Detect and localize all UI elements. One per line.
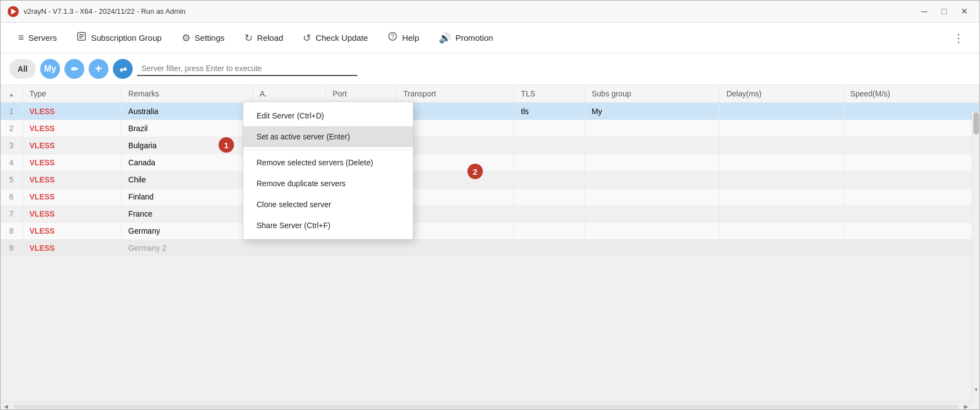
table-cell: VLESS bbox=[23, 188, 122, 206]
title-bar: v2rayN - V7.1.3 - X64 - 2024/11/22 - Run… bbox=[1, 1, 979, 23]
table-cell: Finland bbox=[122, 188, 253, 206]
menu-reload-label: Reload bbox=[257, 33, 284, 42]
table-cell: VLESS bbox=[23, 103, 122, 120]
table-area: ▲ Type Remarks A. Port Transport TLS Sub… bbox=[1, 85, 979, 410]
filter-my-button[interactable]: My bbox=[40, 59, 60, 79]
table-cell: Germany 2 bbox=[122, 240, 253, 257]
table-cell bbox=[720, 171, 843, 188]
reload-icon: ↻ bbox=[244, 32, 253, 44]
table-cell bbox=[720, 154, 843, 171]
svg-text:?: ? bbox=[391, 33, 394, 40]
window-title: v2rayN - V7.1.3 - X64 - 2024/11/22 - Run… bbox=[24, 7, 186, 15]
col-sort[interactable]: ▲ bbox=[1, 85, 23, 103]
table-cell bbox=[585, 223, 720, 240]
table-cell bbox=[843, 171, 979, 188]
table-cell bbox=[720, 137, 843, 154]
menu-servers[interactable]: ≡ Servers bbox=[9, 28, 66, 48]
close-button[interactable]: ✕ bbox=[955, 4, 973, 19]
table-cell bbox=[843, 188, 979, 206]
col-type[interactable]: Type bbox=[23, 85, 122, 103]
vertical-scrollbar[interactable]: ▼ bbox=[972, 112, 979, 403]
table-body: 1VLESSAustralia45.6443wstlsMy2VLESSBrazi… bbox=[1, 103, 979, 257]
table-cell bbox=[514, 154, 585, 171]
table-row[interactable]: 2VLESSBrazil bbox=[1, 120, 979, 137]
table-cell: ws bbox=[396, 103, 514, 120]
menu-subscription[interactable]: Subscription Group bbox=[68, 27, 170, 48]
scroll-right-arrow[interactable]: ▶ bbox=[961, 402, 972, 411]
table-cell bbox=[843, 154, 979, 171]
table-cell bbox=[720, 103, 843, 120]
table-cell: My bbox=[585, 103, 720, 120]
scroll-left-arrow[interactable]: ◀ bbox=[1, 402, 12, 411]
table-cell bbox=[514, 120, 585, 137]
col-a[interactable]: A. bbox=[253, 85, 325, 103]
table-cell bbox=[720, 240, 843, 257]
menu-bar: ≡ Servers Subscription Group ⚙ Settings … bbox=[1, 23, 979, 53]
table-cell bbox=[326, 240, 396, 257]
table-cell: tls bbox=[514, 103, 585, 120]
ctx-clone[interactable]: Clone selected server bbox=[243, 194, 413, 215]
ctx-remove-duplicate[interactable]: Remove duplicate servers bbox=[243, 173, 413, 194]
col-port[interactable]: Port bbox=[326, 85, 396, 103]
table-row[interactable]: 8VLESSGermany bbox=[1, 223, 979, 240]
step-badge-1: 1 bbox=[219, 137, 234, 153]
table-cell bbox=[720, 223, 843, 240]
menu-settings[interactable]: ⚙ Settings bbox=[173, 28, 233, 48]
table-row[interactable]: 9VLESSGermany 2 bbox=[1, 240, 979, 257]
menu-more-button[interactable]: ⋮ bbox=[946, 27, 971, 49]
scrollbar-thumb-v[interactable] bbox=[973, 112, 979, 134]
server-settings-button[interactable]: ⇌ bbox=[113, 59, 133, 79]
ctx-share[interactable]: Share Server (Ctrl+F) bbox=[243, 215, 413, 236]
table-row[interactable]: 6VLESSFinland bbox=[1, 188, 979, 206]
col-remarks[interactable]: Remarks bbox=[122, 85, 253, 103]
servers-icon: ≡ bbox=[18, 32, 24, 44]
table-cell: 9 bbox=[1, 240, 23, 257]
add-button[interactable]: + bbox=[89, 59, 108, 79]
table-cell bbox=[843, 223, 979, 240]
table-cell bbox=[396, 188, 514, 206]
ctx-remove-selected[interactable]: Remove selected servers (Delete) bbox=[243, 152, 413, 173]
scroll-down-arrow[interactable]: ▼ bbox=[972, 385, 979, 394]
col-transport[interactable]: Transport bbox=[396, 85, 514, 103]
menu-help[interactable]: ? Help bbox=[379, 27, 428, 48]
table-cell bbox=[396, 171, 514, 188]
table-cell bbox=[720, 120, 843, 137]
menu-promotion[interactable]: 🔊 Promotion bbox=[430, 28, 502, 48]
table-cell: VLESS bbox=[23, 206, 122, 223]
menu-checkupdate[interactable]: ↺ Check Update bbox=[294, 28, 377, 48]
ctx-set-active[interactable]: Set as active server (Enter) bbox=[243, 126, 413, 147]
table-row[interactable]: 3VLESSBulgaria bbox=[1, 137, 979, 154]
server-filter-input[interactable] bbox=[137, 62, 357, 76]
table-cell: 3 bbox=[1, 137, 23, 154]
table-row[interactable]: 7VLESSFrance bbox=[1, 206, 979, 223]
main-content: All My ✏ + ⇌ ▲ Type Remarks A. Port bbox=[1, 53, 979, 410]
col-subsgroup[interactable]: Subs group bbox=[585, 85, 720, 103]
scrollbar-track-h bbox=[14, 404, 959, 409]
maximize-button[interactable]: □ bbox=[935, 4, 953, 19]
table-cell: Australia bbox=[122, 103, 253, 120]
edit-icon: ✏ bbox=[71, 64, 78, 74]
table-row[interactable]: 1VLESSAustralia45.6443wstlsMy bbox=[1, 103, 979, 120]
col-delay[interactable]: Delay(ms) bbox=[720, 85, 843, 103]
table-cell bbox=[720, 206, 843, 223]
table-cell bbox=[843, 137, 979, 154]
col-speed[interactable]: Speed(M/s) bbox=[843, 85, 979, 103]
table-cell bbox=[514, 188, 585, 206]
horizontal-scrollbar[interactable]: ◀ ▶ bbox=[1, 402, 972, 410]
subscription-icon bbox=[77, 31, 86, 44]
edit-button[interactable]: ✏ bbox=[64, 59, 84, 79]
promotion-icon: 🔊 bbox=[439, 32, 451, 44]
table-cell: 8 bbox=[1, 223, 23, 240]
table-cell bbox=[396, 206, 514, 223]
ctx-edit-server[interactable]: Edit Server (Ctrl+D) bbox=[243, 105, 413, 126]
menu-reload[interactable]: ↻ Reload bbox=[236, 28, 292, 48]
table-cell: VLESS bbox=[23, 120, 122, 137]
table-cell: VLESS bbox=[23, 137, 122, 154]
col-tls[interactable]: TLS bbox=[514, 85, 585, 103]
table-cell: VLESS bbox=[23, 171, 122, 188]
minimize-button[interactable]: ─ bbox=[916, 4, 933, 19]
filter-all-button[interactable]: All bbox=[9, 59, 36, 79]
table-row[interactable]: 5VLESSChile bbox=[1, 171, 979, 188]
table-row[interactable]: 4VLESSCanada bbox=[1, 154, 979, 171]
table-cell bbox=[253, 240, 325, 257]
